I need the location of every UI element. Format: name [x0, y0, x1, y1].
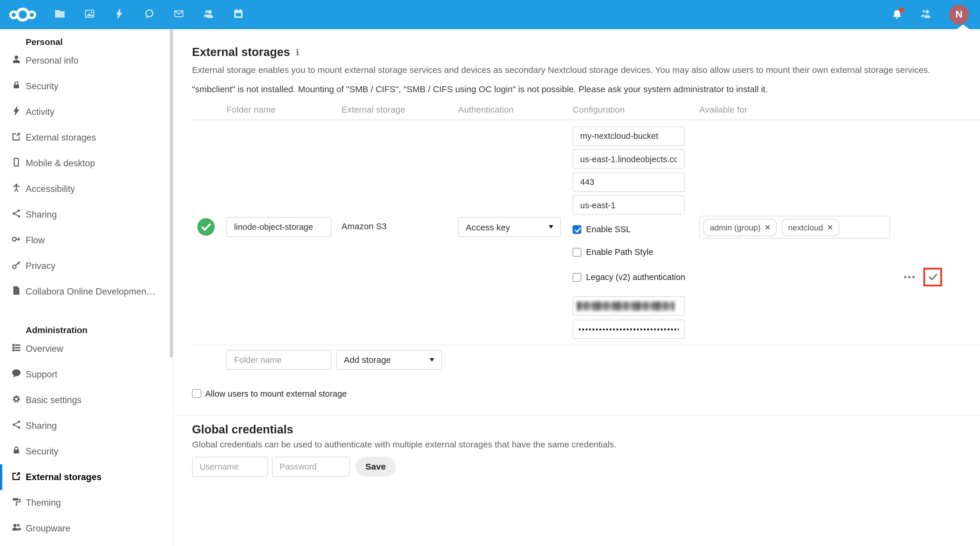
- key-icon: [12, 260, 21, 272]
- save-button[interactable]: Save: [355, 457, 396, 476]
- sidebar-item-label: Flow: [26, 235, 45, 246]
- sidebar-section-personal: Personal: [0, 36, 173, 48]
- external-link-icon: [12, 471, 21, 483]
- hostname-input[interactable]: [573, 149, 685, 168]
- unread-notification-dot: [899, 8, 904, 13]
- sidebar-item-collabora[interactable]: Collabora Online Development Edit…: [0, 279, 173, 305]
- global-credentials-description: Global credentials can be used to authen…: [192, 439, 980, 449]
- contacts-menu-button[interactable]: [920, 7, 932, 22]
- allow-users-checkbox[interactable]: [192, 389, 201, 398]
- authentication-selected: Access key: [466, 222, 510, 232]
- port-input[interactable]: [573, 172, 685, 192]
- username-field[interactable]: [192, 457, 268, 476]
- chip-label: nextcloud: [788, 222, 823, 232]
- flow-icon: [12, 235, 21, 246]
- sidebar-item-support[interactable]: Support: [0, 362, 173, 387]
- photos-icon: [84, 8, 95, 21]
- sidebar-item-label: Sharing: [26, 421, 57, 431]
- redaction-blur: [577, 301, 675, 311]
- secret-key-input[interactable]: ••••••••••••••••••••••••••••••: [573, 319, 685, 339]
- allow-users-row[interactable]: Allow users to mount external storage: [192, 389, 980, 398]
- legacy-auth-row[interactable]: Legacy (v2) authentication: [573, 272, 699, 282]
- enable-path-style-row[interactable]: Enable Path Style: [573, 247, 699, 257]
- save-storage-button[interactable]: [923, 268, 942, 287]
- sidebar-item-label: Security: [26, 81, 58, 92]
- talk-app-button[interactable]: [143, 9, 155, 21]
- sidebar-item-personal-info[interactable]: Personal info: [0, 48, 173, 73]
- enable-path-style-label: Enable Path Style: [586, 247, 654, 257]
- mail-app-button[interactable]: [173, 9, 185, 21]
- photos-app-button[interactable]: [83, 9, 95, 21]
- info-icon[interactable]: i: [296, 47, 299, 57]
- enable-ssl-row[interactable]: Enable SSL: [573, 225, 699, 234]
- add-storage-select[interactable]: Add storage: [336, 350, 442, 370]
- sidebar-item-sharing-admin[interactable]: Sharing: [0, 413, 173, 439]
- more-options-icon[interactable]: [904, 276, 915, 279]
- external-storage-type: Amazon S3: [342, 120, 458, 339]
- notifications-button[interactable]: [891, 9, 903, 21]
- status-ok-icon: [197, 218, 215, 236]
- user-avatar[interactable]: N: [949, 5, 969, 24]
- nextcloud-settings-page: N Personal Personal info Security Activi…: [0, 0, 980, 546]
- sidebar-item-activity[interactable]: Activity: [0, 99, 173, 125]
- sidebar-item-theming[interactable]: Theming: [0, 490, 173, 516]
- enable-path-style-checkbox[interactable]: [573, 248, 581, 256]
- sidebar-item-security-personal[interactable]: Security: [0, 73, 173, 99]
- sidebar-item-basic-settings[interactable]: Basic settings: [0, 387, 173, 413]
- sidebar-item-external-storages-personal[interactable]: External storages: [0, 125, 173, 151]
- sidebar-item-external-storages-admin[interactable]: External storages: [0, 464, 173, 490]
- section-divider: [174, 414, 980, 415]
- remove-chip-icon[interactable]: ✕: [827, 223, 833, 231]
- sidebar-item-sharing-personal[interactable]: Sharing: [0, 202, 173, 227]
- sidebar-item-label: Theming: [26, 498, 61, 508]
- people-icon: [12, 523, 21, 534]
- user-icon: [12, 55, 21, 67]
- folder-name-input[interactable]: [226, 217, 331, 237]
- sidebar-item-mobile-desktop[interactable]: Mobile & desktop: [0, 151, 173, 176]
- sidebar-item-label: Basic settings: [26, 395, 81, 405]
- activity-app-button[interactable]: [113, 9, 125, 21]
- sidebar-item-security-admin[interactable]: Security: [0, 439, 173, 464]
- share-icon: [12, 209, 21, 221]
- sidebar-item-label: Support: [26, 369, 57, 380]
- authentication-select[interactable]: Access key: [458, 217, 561, 237]
- smartphone-icon: [12, 157, 21, 169]
- masked-secret: ••••••••••••••••••••••••••••••: [578, 325, 679, 333]
- add-storage-label: Add storage: [344, 355, 391, 365]
- accessibility-icon: [12, 183, 21, 195]
- mail-icon: [173, 8, 184, 21]
- sidebar-item-label: Sharing: [26, 210, 57, 220]
- chevron-down-icon: [430, 358, 434, 361]
- remove-chip-icon[interactable]: ✕: [765, 223, 770, 231]
- new-folder-name-input[interactable]: [226, 350, 331, 370]
- available-for-chip[interactable]: admin (group)✕: [703, 219, 777, 236]
- lock-icon: [12, 446, 21, 457]
- calendar-app-button[interactable]: [232, 9, 244, 21]
- global-credentials-form: Save: [192, 457, 980, 476]
- top-header: N: [0, 0, 980, 29]
- sidebar-item-groupware[interactable]: Groupware: [0, 516, 173, 541]
- nextcloud-logo[interactable]: [10, 6, 36, 23]
- bucket-input[interactable]: [573, 126, 685, 146]
- available-for-input[interactable]: admin (group)✕ nextcloud✕: [699, 216, 890, 238]
- sidebar-scrollbar[interactable]: [170, 29, 173, 357]
- available-for-chip[interactable]: nextcloud✕: [781, 219, 839, 236]
- contacts-app-button[interactable]: [202, 9, 214, 21]
- sidebar-item-overview[interactable]: Overview: [0, 336, 173, 362]
- region-input[interactable]: [573, 195, 685, 215]
- sidebar-item-label: Accessibility: [26, 184, 75, 194]
- sidebar-item-label: Collabora Online Development Edit…: [26, 286, 157, 297]
- chevron-down-icon: [549, 225, 553, 229]
- sidebar-item-label: External storages: [26, 472, 102, 483]
- sidebar-item-accessibility[interactable]: Accessibility: [0, 176, 173, 202]
- enable-ssl-checkbox[interactable]: [573, 225, 581, 233]
- files-app-button[interactable]: [54, 9, 65, 21]
- talk-icon: [143, 8, 154, 21]
- access-key-input-redacted[interactable]: [573, 296, 685, 316]
- legacy-auth-checkbox[interactable]: [573, 273, 581, 281]
- password-field[interactable]: [272, 457, 350, 476]
- sidebar-item-flow[interactable]: Flow: [0, 227, 173, 253]
- sidebar-item-privacy[interactable]: Privacy: [0, 253, 173, 279]
- sidebar-item-label: Groupware: [26, 523, 70, 534]
- intro-text: External storage enables you to mount ex…: [192, 64, 980, 76]
